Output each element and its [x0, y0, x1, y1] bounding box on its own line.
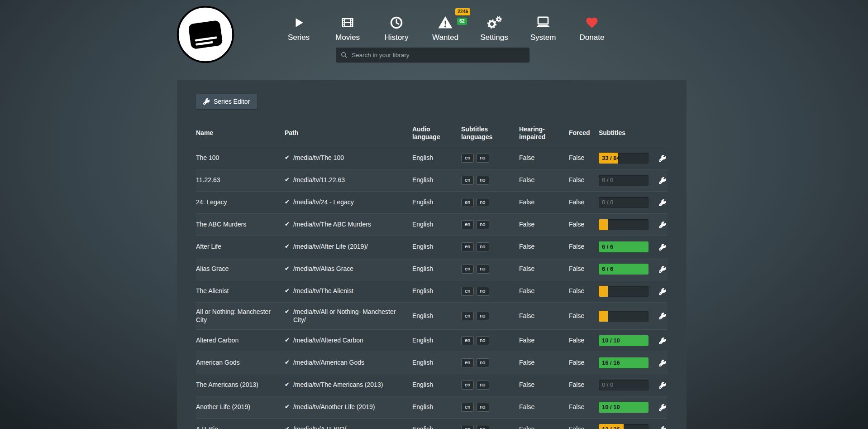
subtitles-progress-cell: 6 / 6 [599, 264, 656, 275]
edit-series-button[interactable] [659, 155, 666, 162]
series-name[interactable]: Alias Grace [196, 265, 285, 273]
check-icon: ✔ [285, 198, 290, 206]
language-badge: no [476, 242, 489, 251]
subtitles-progress-bar: 10 / 10 [599, 335, 649, 346]
table-row: Altered Carbon ✔ /media/tv/Altered Carbo… [196, 330, 668, 352]
hearing-impaired-value: False [519, 154, 569, 162]
subtitles-progress-text: 6 / 6 [602, 241, 613, 252]
audio-language-value: English [412, 403, 461, 411]
table-row: 11.22.63 ✔ /media/tv/11.22.63 English en… [196, 169, 668, 192]
app-logo[interactable] [176, 5, 235, 64]
audio-language-value: English [412, 425, 461, 429]
language-badge: no [476, 154, 489, 163]
language-badge: en [461, 403, 474, 412]
forced-value: False [569, 425, 599, 429]
heart-icon [583, 14, 601, 32]
edit-series-button[interactable] [659, 337, 666, 344]
nav-item-label: History [385, 33, 409, 42]
subtitles-progress-cell [599, 219, 656, 230]
check-icon: ✔ [285, 308, 290, 316]
subtitles-progress-cell: 13 / 26 [599, 424, 656, 429]
search-input[interactable] [336, 48, 529, 63]
nav-item-system[interactable]: System [524, 14, 562, 42]
hearing-impaired-value: False [519, 312, 569, 320]
edit-series-button[interactable] [659, 199, 666, 206]
series-name[interactable]: After Life [196, 243, 285, 251]
nav-item-movies[interactable]: Movies [329, 14, 367, 42]
nav-item-wanted[interactable]: 2246 62 Wanted [426, 14, 464, 42]
table-row: Another Life (2019) ✔ /media/tv/Another … [196, 396, 668, 419]
series-name[interactable]: All or Nothing: Manchester City [196, 308, 285, 324]
series-name[interactable]: The ABC Murders [196, 221, 285, 229]
gears-icon [485, 14, 503, 32]
series-path: ✔ /media/tv/Another Life (2019) [285, 403, 412, 411]
subtitles-progress-text: 0 / 0 [602, 380, 613, 390]
series-table: Name Path Audio language Subtitles langu… [196, 121, 668, 429]
edit-series-button[interactable] [659, 360, 666, 366]
language-badge: no [476, 198, 489, 207]
page: Series Movies History [0, 0, 868, 429]
nav-item-history[interactable]: History [377, 14, 415, 42]
edit-series-button[interactable] [659, 288, 666, 295]
series-name[interactable]: A.P. Bio [196, 425, 285, 429]
edit-series-button[interactable] [659, 244, 666, 251]
warning-icon: 2246 62 [436, 14, 454, 32]
language-badge: no [476, 381, 489, 390]
subtitles-languages-badges: enno [461, 220, 519, 229]
nav-item-series[interactable]: Series [280, 14, 318, 42]
subtitles-progress-bar: 16 / 16 [599, 357, 649, 368]
table-row: The Alienist ✔ /media/tv/The Alienist En… [196, 280, 668, 303]
series-name[interactable]: 24: Legacy [196, 198, 285, 207]
edit-series-button[interactable] [659, 313, 666, 319]
subtitles-progress-text: 10 / 10 [602, 335, 620, 346]
series-name[interactable]: The Alienist [196, 287, 285, 295]
table-row: 24: Legacy ✔ /media/tv/24 - Legacy Engli… [196, 192, 668, 214]
hearing-impaired-value: False [519, 337, 569, 345]
series-path-text: /media/tv/Another Life (2019) [293, 403, 375, 411]
series-path-text: /media/tv/American Gods [293, 359, 364, 367]
series-name[interactable]: The Americans (2013) [196, 381, 285, 389]
nav-item-donate[interactable]: Donate [573, 14, 611, 42]
nav-item-settings[interactable]: Settings [475, 14, 513, 42]
edit-series-button[interactable] [659, 266, 666, 273]
subtitles-progress-text: 0 / 0 [602, 175, 613, 186]
series-name[interactable]: The 100 [196, 154, 285, 162]
nav-item-label: Wanted [432, 33, 458, 42]
subtitles-languages-badges: enno [461, 176, 519, 185]
forced-value: False [569, 312, 599, 320]
subtitles-progress-cell: 10 / 10 [599, 335, 656, 346]
subtitles-progress-bar: 0 / 0 [599, 175, 649, 186]
series-name[interactable]: 11.22.63 [196, 176, 285, 184]
series-path: ✔ /media/tv/Altered Carbon [285, 337, 412, 345]
table-row: The Americans (2013) ✔ /media/tv/The Ame… [196, 374, 668, 396]
edit-series-button[interactable] [659, 222, 666, 228]
language-badge: no [476, 220, 489, 229]
series-path-text: /media/tv/The ABC Murders [293, 221, 371, 229]
series-path: ✔ /media/tv/American Gods [285, 359, 412, 367]
subtitles-languages-badges: enno [461, 358, 519, 367]
edit-series-button[interactable] [659, 177, 666, 184]
series-path-text: /media/tv/After Life (2019)/ [293, 243, 368, 251]
edit-series-button[interactable] [659, 426, 666, 429]
edit-series-button[interactable] [659, 382, 666, 389]
forced-value: False [569, 287, 599, 295]
language-badge: en [461, 220, 474, 229]
series-editor-button[interactable]: Series Editor [196, 94, 257, 109]
series-path-text: /media/tv/A.P. BIO/ [293, 425, 346, 429]
content-panel: Series Editor Name Path Audio language S… [177, 80, 687, 429]
check-icon: ✔ [285, 381, 290, 389]
hearing-impaired-value: False [519, 243, 569, 251]
edit-series-button[interactable] [659, 404, 666, 411]
column-header-forced: Forced [569, 129, 599, 137]
forced-value: False [569, 381, 599, 389]
series-name[interactable]: American Gods [196, 359, 285, 367]
subtitles-progress-cell: 0 / 0 [599, 380, 656, 390]
series-name[interactable]: Another Life (2019) [196, 403, 285, 411]
series-name[interactable]: Altered Carbon [196, 337, 285, 345]
language-badge: en [461, 154, 474, 163]
subtitles-progress-cell: 6 / 6 [599, 241, 656, 252]
subtitles-progress-bar: 6 / 6 [599, 264, 649, 275]
nav-item-label: Donate [580, 33, 605, 42]
hearing-impaired-value: False [519, 287, 569, 295]
subtitles-progress-text: 16 / 16 [602, 357, 620, 368]
